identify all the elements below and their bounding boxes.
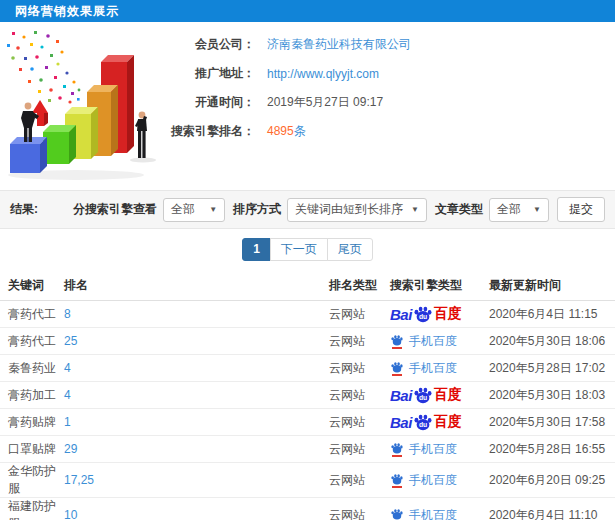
next-page-button[interactable]: 下一页	[270, 238, 328, 261]
table-row: 膏药加工 4 云网站 Baidu百度 2020年5月30日 18:03	[0, 382, 615, 409]
keyword-cell: 膏药加工	[0, 382, 64, 409]
keyword-cell: 金华防护服	[0, 463, 64, 498]
baidu-paw-icon: du	[390, 442, 404, 454]
baidu-paw-icon: du	[390, 473, 404, 485]
baidu-mobile-underline	[392, 374, 402, 376]
svg-text:du: du	[419, 313, 427, 320]
open-time-value: 2019年5月27日 09:17	[267, 94, 383, 111]
baidu-mobile-label: 手机百度	[409, 441, 457, 458]
col-header-update-time: 最新更新时间	[489, 270, 615, 301]
baidu-paw-icon: du	[390, 508, 404, 520]
table-row: 膏药代工 8 云网站 Baidu百度 2020年6月4日 11:15	[0, 301, 615, 328]
table-row: 膏药代工 25 云网站 du手机百度 2020年5月30日 18:06	[0, 328, 615, 355]
submit-button[interactable]: 提交	[557, 197, 605, 222]
article-type-select[interactable]: 全部 ▼	[489, 198, 549, 222]
table-row: 口罩贴牌 29 云网站 du手机百度 2020年5月28日 16:55	[0, 436, 615, 463]
rank-link[interactable]: 8	[64, 307, 71, 321]
info-row-company: 会员公司： 济南秦鲁药业科技有限公司	[160, 30, 411, 59]
sort-select[interactable]: 关键词由短到长排序 ▼	[287, 198, 427, 222]
baidu-mobile-icon: du	[390, 442, 404, 457]
baidu-mobile-badge: du手机百度	[390, 507, 457, 520]
growth-chart-illustration	[4, 28, 182, 186]
baidu-mobile-badge: du手机百度	[390, 360, 457, 377]
rank-type-cell: 云网站	[329, 436, 390, 463]
table-row: 福建防护服 10 云网站 du手机百度 2020年6月4日 11:10	[0, 498, 615, 520]
rank-type-cell: 云网站	[329, 355, 390, 382]
bar-blue	[10, 137, 47, 173]
engine-type-cell: du手机百度	[390, 328, 489, 355]
update-time-cell: 2020年5月30日 18:03	[489, 382, 615, 409]
keyword-cell: 膏药贴牌	[0, 409, 64, 436]
info-row-open-time: 开通时间： 2019年5月27日 09:17	[160, 88, 411, 117]
engine-type-cell: Baidu百度	[390, 382, 489, 409]
baidu-paw-icon: du	[413, 305, 433, 323]
chevron-down-icon: ▼	[209, 205, 217, 214]
keyword-cell: 膏药代工	[0, 328, 64, 355]
page: 网络营销效果展示	[0, 0, 615, 520]
rank-link[interactable]: 25	[64, 334, 77, 348]
update-time-cell: 2020年5月30日 18:06	[489, 328, 615, 355]
promo-url-link[interactable]: http://www.qlyyjt.com	[267, 67, 379, 81]
rank-link[interactable]: 4	[64, 388, 71, 402]
engine-filter-select[interactable]: 全部 ▼	[163, 198, 225, 222]
update-time-cell: 2020年6月4日 11:10	[489, 498, 615, 520]
baidu-paw-icon: du	[413, 413, 433, 431]
update-time-cell: 2020年5月28日 17:02	[489, 355, 615, 382]
rank-type-cell: 云网站	[329, 301, 390, 328]
rank-link[interactable]: 1	[64, 415, 71, 429]
baidu-logo-cn-text: 百度	[434, 386, 462, 404]
pagination: 1 下一页 尾页	[242, 238, 373, 261]
rank-cell: 10	[64, 498, 329, 520]
rank-link[interactable]: 4	[64, 361, 71, 375]
rank-type-cell: 云网站	[329, 463, 390, 498]
table-row: 膏药贴牌 1 云网站 Baidu百度 2020年5月30日 17:58	[0, 409, 615, 436]
baidu-logo: Baidu百度	[390, 386, 462, 404]
baidu-paw-icon: du	[390, 334, 404, 346]
top-section: 会员公司： 济南秦鲁药业科技有限公司 推广地址： http://www.qlyy…	[0, 22, 615, 190]
baidu-logo-bai-text: Bai	[390, 387, 412, 404]
info-row-rank-count: 搜索引擎排名： 4895条	[160, 117, 411, 146]
info-row-url: 推广地址： http://www.qlyyjt.com	[160, 59, 411, 88]
engine-type-cell: du手机百度	[390, 355, 489, 382]
baidu-mobile-label: 手机百度	[409, 472, 457, 489]
member-info: 会员公司： 济南秦鲁药业科技有限公司 推广地址： http://www.qlyy…	[160, 30, 411, 146]
col-header-keyword: 关键词	[0, 270, 64, 301]
article-type-value: 全部	[497, 201, 521, 218]
baidu-mobile-underline	[392, 486, 402, 488]
engine-filter-value: 全部	[171, 201, 195, 218]
update-time-cell: 2020年6月20日 09:25	[489, 463, 615, 498]
rank-link[interactable]: 17,25	[64, 473, 94, 487]
baidu-paw-icon: du	[413, 386, 433, 404]
engine-type-cell: du手机百度	[390, 436, 489, 463]
company-label: 会员公司：	[160, 36, 255, 53]
rank-link[interactable]: 29	[64, 442, 77, 456]
baidu-mobile-icon: du	[390, 361, 404, 376]
svg-text:du: du	[419, 394, 427, 401]
businessman-right	[135, 112, 147, 158]
baidu-logo-cn-text: 百度	[434, 305, 462, 323]
rank-type-cell: 云网站	[329, 409, 390, 436]
page-title: 网络营销效果展示	[15, 3, 119, 20]
rank-cell: 17,25	[64, 463, 329, 498]
baidu-mobile-badge: du手机百度	[390, 333, 457, 350]
sort-value: 关键词由短到长排序	[295, 201, 403, 218]
article-type-label: 文章类型	[435, 201, 483, 218]
rank-cell: 4	[64, 355, 329, 382]
baidu-mobile-icon: du	[390, 508, 404, 520]
rank-type-cell: 云网站	[329, 498, 390, 520]
page-1-button[interactable]: 1	[242, 238, 271, 261]
engine-type-cell: du手机百度	[390, 463, 489, 498]
update-time-cell: 2020年5月30日 17:58	[489, 409, 615, 436]
baidu-mobile-label: 手机百度	[409, 333, 457, 350]
keyword-cell: 膏药代工	[0, 301, 64, 328]
pagination-area: 1 下一页 尾页	[0, 229, 615, 270]
rank-link[interactable]: 10	[64, 508, 77, 520]
engine-type-cell: du手机百度	[390, 498, 489, 520]
svg-text:du: du	[419, 421, 427, 428]
company-link[interactable]: 济南秦鲁药业科技有限公司	[267, 36, 411, 53]
baidu-logo: Baidu百度	[390, 413, 462, 431]
last-page-button[interactable]: 尾页	[327, 238, 373, 261]
rank-type-cell: 云网站	[329, 328, 390, 355]
figure-shadow	[130, 158, 156, 163]
baidu-mobile-icon: du	[390, 334, 404, 349]
